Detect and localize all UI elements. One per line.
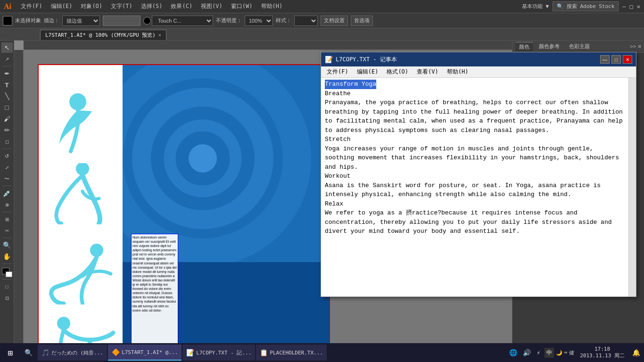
screen-mode-btn[interactable]: ⊡ bbox=[1, 293, 13, 303]
taskbar-app-2[interactable]: 🔶 L7START_1.AI* @... bbox=[108, 345, 182, 361]
taskbar-search-btn[interactable]: 🔍 bbox=[20, 345, 37, 361]
clock-date: 2013.11.13 周二 bbox=[580, 352, 625, 359]
style-select[interactable] bbox=[294, 16, 318, 26]
eyedropper-tool[interactable]: 💉 bbox=[1, 188, 13, 198]
select-tool[interactable]: ↖ bbox=[1, 42, 13, 53]
background-color[interactable] bbox=[6, 272, 12, 277]
rotate-tool[interactable]: ↺ bbox=[1, 151, 13, 161]
taskbar-right: 🌐 🔊 ⚡ 中 🌙 ⌨ 健 17:18 2013.11.13 周二 🔔 bbox=[507, 346, 642, 359]
panel-tab-colorref[interactable]: 颜色参考 bbox=[535, 42, 563, 51]
menu-help[interactable]: 帮助(H) bbox=[257, 1, 287, 11]
workspace-label: 基本功能 ▼ bbox=[522, 3, 549, 10]
top-right-controls: 基本功能 ▼ 🔍 搜索 Adobe Stock — □ ✕ bbox=[522, 1, 640, 11]
panel-tab-colortheme[interactable]: 色彩主题 bbox=[565, 42, 594, 51]
scale-tool[interactable]: ⤢ bbox=[1, 162, 13, 173]
hand-tool[interactable]: ✋ bbox=[1, 251, 13, 262]
maximize-btn[interactable]: □ bbox=[630, 3, 633, 10]
panel-tab-color[interactable]: 颜色 bbox=[515, 42, 533, 51]
ime-health: 健 bbox=[569, 349, 574, 356]
tools-panel: ↖ ↗ ✒ T ╲ □ 🖌 ✏ ◻ ↺ ⤢ 〜 💉 ⊕ ⊞ ✂ 🔍 ✋ □ ⊡ bbox=[0, 41, 14, 347]
notification-btn[interactable]: 🔔 bbox=[630, 349, 642, 356]
app3-icon: 📝 bbox=[186, 349, 194, 356]
start-button[interactable]: ⊞ bbox=[2, 345, 19, 361]
stroke-select[interactable]: 描边值 bbox=[62, 16, 100, 26]
taskbar-app-1[interactable]: 🎵 だっための (純音... bbox=[38, 345, 107, 361]
ime-cn[interactable]: 中 bbox=[545, 348, 554, 358]
panel-menu-btn[interactable]: ≡ bbox=[638, 43, 641, 49]
eraser-tool[interactable]: ◻ bbox=[1, 136, 13, 147]
taskbar: ⊞ 🔍 🎵 だっための (純音... 🔶 L7START_1.AI* @... … bbox=[0, 343, 644, 362]
taskbar-sound-icon: 🔊 bbox=[521, 349, 533, 356]
notepad-close-btn[interactable]: ✕ bbox=[623, 55, 632, 64]
opacity-label: 不透明度： bbox=[216, 17, 242, 24]
menu-window[interactable]: 窗口(W) bbox=[227, 1, 256, 11]
notepad-menu-edit[interactable]: 编辑(E) bbox=[353, 67, 382, 77]
drawing-mode-btn[interactable]: □ bbox=[1, 281, 13, 292]
notepad-menu-format[interactable]: 格式(O) bbox=[383, 67, 412, 77]
blend-tool[interactable]: ⊕ bbox=[1, 199, 13, 210]
style-label: 样式： bbox=[276, 17, 291, 24]
menu-object[interactable]: 对象(O) bbox=[77, 1, 106, 11]
menu-file[interactable]: 文件(F) bbox=[17, 1, 46, 11]
notepad-window: 📝 L7COPY.TXT - 记事本 — □ ✕ 文件(F) 编辑(E) 格式(… bbox=[321, 52, 636, 297]
preferences-btn[interactable]: 首选项 bbox=[351, 16, 373, 26]
ruler-top bbox=[24, 41, 512, 50]
type-tool[interactable]: T bbox=[1, 80, 13, 90]
notepad-titlebar: 📝 L7COPY.TXT - 记事本 — □ ✕ bbox=[321, 52, 636, 66]
menu-view[interactable]: 视图(V) bbox=[197, 1, 226, 11]
pencil-tool[interactable]: ✏ bbox=[1, 125, 13, 135]
color-boxes[interactable] bbox=[2, 268, 12, 277]
tab-close-btn[interactable]: × bbox=[158, 33, 161, 38]
taskbar-battery-icon: ⚡ bbox=[535, 349, 542, 356]
toolbar: 未选择对象 描边： 描边值 Touch C... 不透明度： 100% 样式： … bbox=[0, 13, 644, 28]
tab-title: L7START_1.AI* @ 100% (CMYK/GPU 预览) bbox=[45, 32, 156, 39]
close-btn[interactable]: ✕ bbox=[637, 3, 640, 10]
taskbar-app-4[interactable]: 📋 PLACEHOLDER.TX... bbox=[256, 345, 327, 361]
direct-select-tool[interactable]: ↗ bbox=[1, 54, 13, 64]
stroke-color-swatch[interactable] bbox=[3, 16, 12, 25]
yoga-silhouette-2 bbox=[47, 163, 108, 224]
zoom-tool[interactable]: 🔍 bbox=[1, 240, 13, 250]
notepad-menubar: 文件(F) 编辑(E) 格式(O) 查看(V) 帮助(H) bbox=[321, 66, 636, 78]
menu-text[interactable]: 文字(T) bbox=[107, 1, 136, 11]
notepad-scrollbar[interactable] bbox=[628, 78, 636, 296]
menu-items: 文件(F) 编辑(E) 对象(O) 文字(T) 选择(S) 效果(C) 视图(V… bbox=[17, 1, 286, 11]
svg-point-0 bbox=[69, 93, 86, 110]
taskbar-app-3[interactable]: 📝 L7COPY.TXT - 記... bbox=[182, 345, 255, 361]
notepad-icon: 📝 bbox=[325, 56, 333, 63]
menu-select[interactable]: 选择(S) bbox=[137, 1, 166, 11]
line-tool[interactable]: ╲ bbox=[1, 91, 13, 101]
doc-settings-btn[interactable]: 文档设置 bbox=[321, 16, 348, 26]
app2-icon: 🔶 bbox=[112, 348, 120, 356]
paintbrush-tool[interactable]: 🖌 bbox=[1, 114, 13, 124]
notepad-window-buttons: — □ ✕ bbox=[600, 55, 632, 64]
yoga-silhouette-4 bbox=[50, 314, 116, 347]
opacity-select[interactable]: 100% bbox=[245, 16, 273, 26]
app1-icon: 🎵 bbox=[41, 349, 50, 356]
stroke-label: 描边： bbox=[44, 17, 59, 24]
notepad-maximize-btn[interactable]: □ bbox=[611, 55, 621, 64]
notepad-menu-help[interactable]: 帮助(H) bbox=[443, 67, 472, 77]
notepad-minimize-btn[interactable]: — bbox=[600, 55, 610, 64]
canvas-text: Num doloreetum venim sequam ver suscipis… bbox=[132, 236, 177, 312]
document-tab[interactable]: L7START_1.AI* @ 100% (CMYK/GPU 预览) × bbox=[40, 30, 166, 40]
search-stock-btn[interactable]: 🔍 搜索 Adobe Stock bbox=[553, 1, 619, 11]
notepad-menu-view[interactable]: 查看(V) bbox=[413, 67, 442, 77]
notepad-menu-file[interactable]: 文件(F) bbox=[323, 67, 352, 77]
panel-expand-btn[interactable]: >> bbox=[630, 43, 636, 49]
touch-brush-container: Touch C... bbox=[143, 16, 213, 26]
notepad-title: L7COPY.TXT - 记事本 bbox=[336, 56, 597, 64]
taskbar-clock[interactable]: 17:18 2013.11.13 周二 bbox=[576, 346, 628, 359]
pen-tool[interactable]: ✒ bbox=[1, 68, 13, 79]
menu-edit[interactable]: 编辑(E) bbox=[47, 1, 76, 11]
artboard-tool[interactable]: ⊞ bbox=[1, 214, 13, 224]
right-panel-header: 颜色 颜色参考 色彩主题 >> ≡ bbox=[512, 41, 644, 53]
warp-tool[interactable]: 〜 bbox=[1, 173, 13, 184]
brush-select[interactable]: Touch C... bbox=[152, 16, 213, 26]
canvas-text-box[interactable]: Num doloreetum venim sequam ver suscipis… bbox=[131, 234, 178, 347]
minimize-btn[interactable]: — bbox=[622, 3, 626, 10]
notepad-textarea[interactable]: Transform Yoga Breathe Pranayama, the yo… bbox=[321, 78, 628, 296]
slice-tool[interactable]: ✂ bbox=[1, 225, 13, 236]
menu-effect[interactable]: 效果(C) bbox=[167, 1, 196, 11]
rect-tool[interactable]: □ bbox=[1, 102, 13, 113]
